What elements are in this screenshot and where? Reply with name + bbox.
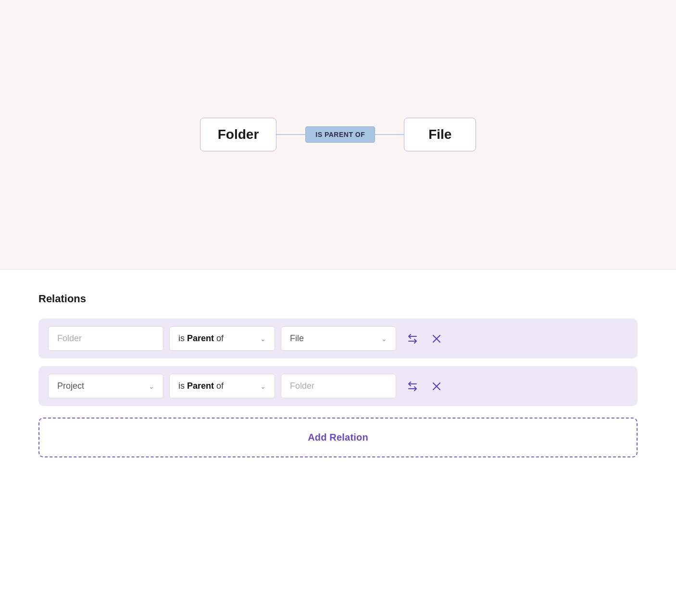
swap-button-1[interactable]	[404, 331, 421, 346]
delete-button-2[interactable]	[429, 379, 444, 394]
relation-type-chevron-1: ⌄	[260, 335, 266, 343]
action-buttons-1	[404, 331, 444, 346]
relation-diagram: Folder IS PARENT OF File	[200, 118, 476, 151]
canvas-area: Folder IS PARENT OF File	[0, 0, 676, 269]
source-field-1[interactable]: Folder	[48, 326, 163, 351]
swap-button-2[interactable]	[404, 379, 421, 394]
source-value-2: Project	[57, 381, 84, 391]
diagram-relation-label: IS PARENT OF	[305, 126, 375, 143]
source-value-1: Folder	[57, 333, 82, 344]
add-relation-button[interactable]: Add Relation	[38, 418, 638, 457]
target-chevron-1: ⌄	[381, 335, 387, 343]
relation-type-chevron-2: ⌄	[260, 382, 266, 390]
target-field-1[interactable]: File ⌄	[281, 326, 396, 351]
target-field-2[interactable]: Folder	[281, 374, 396, 398]
relation-type-label-2: is Parent of	[178, 381, 224, 391]
connector-left	[276, 134, 305, 135]
bottom-panel: Relations Folder is Parent of ⌄ File ⌄	[0, 270, 676, 616]
node-file: File	[404, 118, 476, 151]
target-value-1: File	[290, 333, 304, 344]
connector-right	[375, 134, 404, 135]
source-field-2[interactable]: Project ⌄	[48, 374, 163, 398]
section-title: Relations	[38, 293, 638, 305]
relation-row: Folder is Parent of ⌄ File ⌄	[38, 319, 638, 358]
node-folder: Folder	[200, 118, 277, 151]
delete-button-1[interactable]	[429, 331, 444, 346]
target-value-2: Folder	[290, 381, 314, 391]
relation-type-label-1: is Parent of	[178, 333, 224, 344]
action-buttons-2	[404, 379, 444, 394]
relation-type-field-2[interactable]: is Parent of ⌄	[169, 374, 275, 398]
relation-row-2: Project ⌄ is Parent of ⌄ Folder	[38, 366, 638, 406]
relation-type-field-1[interactable]: is Parent of ⌄	[169, 326, 275, 351]
source-chevron-2: ⌄	[149, 382, 154, 390]
